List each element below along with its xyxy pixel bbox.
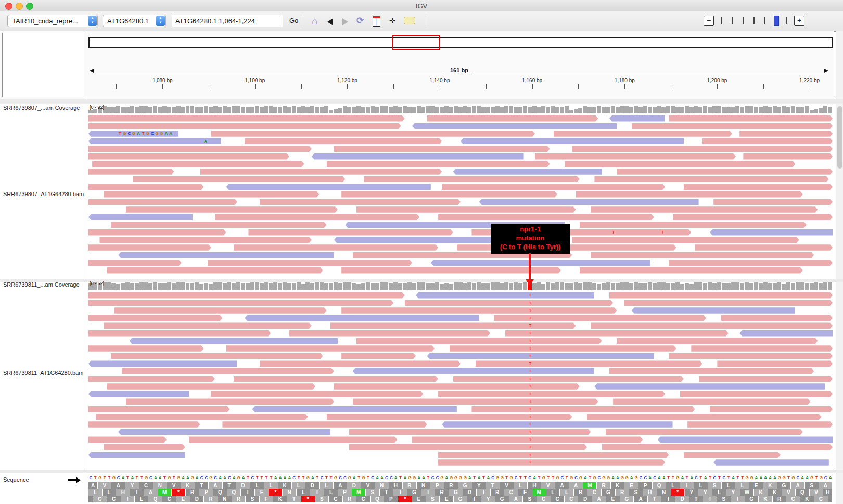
chevron-updown-icon[interactable]: ▲▼ [156,16,165,26]
read[interactable] [349,444,587,450]
read[interactable] [222,421,427,428]
read[interactable] [412,123,617,130]
read[interactable] [88,330,271,337]
read[interactable] [211,391,424,397]
read[interactable] [609,115,665,122]
read[interactable] [587,414,821,420]
read[interactable] [594,383,825,390]
read[interactable] [341,353,416,359]
read[interactable] [334,383,580,390]
read[interactable] [591,252,814,259]
read[interactable] [245,138,442,145]
read[interactable] [92,161,304,167]
read[interactable] [111,222,327,228]
read[interactable] [88,345,204,352]
read[interactable] [211,131,535,137]
read[interactable] [743,153,833,160]
read[interactable] [99,237,312,243]
track-label-alignment-2[interactable]: SRR6739811_AT1G64280.bam [3,370,83,376]
track-splitter[interactable] [0,99,843,104]
read[interactable] [312,153,524,160]
read[interactable] [118,429,330,435]
read[interactable] [88,153,289,160]
read[interactable] [248,229,453,236]
read[interactable] [617,338,818,344]
strand-arrow-icon[interactable] [76,477,81,483]
home-icon[interactable]: ⌂ [309,15,321,27]
read[interactable] [673,214,833,221]
read[interactable] [461,138,684,145]
read[interactable] [88,123,401,130]
read[interactable] [438,391,665,397]
read[interactable] [438,459,665,466]
read[interactable] [88,184,204,190]
read[interactable] [349,429,591,435]
read[interactable] [118,252,334,259]
read[interactable] [442,421,672,428]
region-of-interest-box[interactable] [392,35,440,50]
read[interactable] [215,214,419,221]
read[interactable] [684,452,781,458]
read[interactable] [471,406,695,412]
read[interactable] [88,406,230,412]
read[interactable] [133,176,346,183]
read[interactable] [476,360,702,367]
read[interactable] [580,222,807,228]
read[interactable] [88,138,221,145]
refresh-icon[interactable]: ⟳ [354,15,366,27]
read[interactable] [591,322,833,329]
read[interactable] [453,376,684,382]
read[interactable] [88,452,185,458]
read[interactable] [260,360,461,367]
read[interactable] [126,206,338,213]
read[interactable] [687,421,833,428]
read[interactable] [699,376,833,382]
read[interactable] [416,292,594,299]
read[interactable] [341,267,561,274]
fit-window-icon[interactable]: ✛ [386,15,399,27]
read[interactable] [702,138,833,145]
locus-input[interactable]: AT1G64280.1:1,064-1,224 [172,15,283,27]
read[interactable] [88,300,393,306]
zoom-in-button[interactable]: + [794,16,804,26]
scrollbar-thumb[interactable] [837,106,842,169]
zoom-out-button[interactable]: − [704,16,714,26]
read[interactable] [438,214,654,221]
read[interactable] [658,436,833,443]
read[interactable] [494,315,706,321]
read[interactable] [356,206,576,213]
read[interactable] [88,360,237,367]
read[interactable] [669,115,833,122]
read[interactable] [341,307,617,314]
read[interactable] [327,414,572,420]
read[interactable] [104,444,185,450]
read[interactable] [535,153,736,160]
read[interactable] [691,345,833,352]
read[interactable] [479,199,699,205]
read[interactable] [96,414,308,420]
read[interactable] [122,368,334,374]
read[interactable] [88,260,182,266]
read[interactable] [88,214,193,221]
read[interactable] [565,161,795,167]
read[interactable] [330,322,576,329]
forward-icon[interactable] [342,18,348,25]
read[interactable] [739,131,833,137]
genome-select[interactable]: TAIR10_cnda_repre... ▲▼ [7,15,98,27]
read[interactable] [260,199,461,205]
read[interactable] [88,292,405,299]
read[interactable] [289,330,490,337]
read[interactable] [341,191,557,198]
read[interactable] [717,360,833,367]
read[interactable] [602,444,833,450]
read[interactable] [88,169,174,175]
read[interactable] [721,315,833,321]
read[interactable] [710,406,833,412]
read[interactable] [114,307,327,314]
read[interactable] [334,146,550,152]
read[interactable] [126,398,334,405]
read[interactable] [609,292,833,299]
read[interactable] [624,300,833,306]
read[interactable] [88,199,237,205]
read[interactable] [554,131,732,137]
